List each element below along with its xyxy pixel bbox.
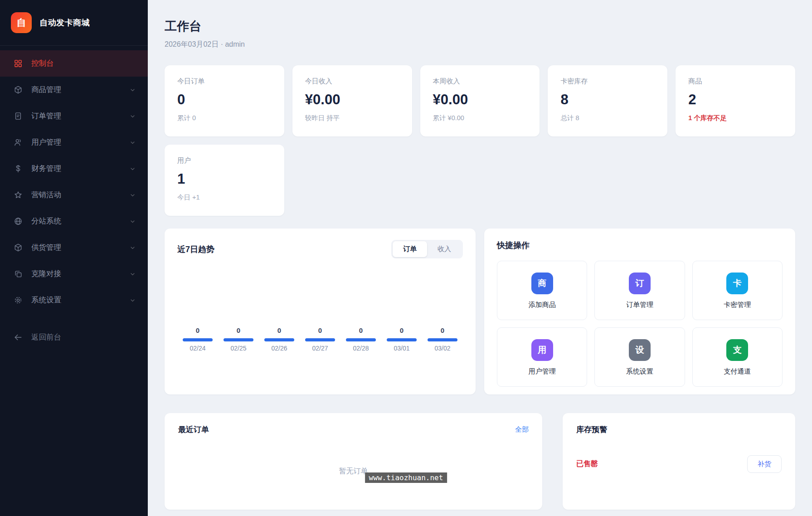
bar [305, 338, 335, 341]
cube-icon [14, 243, 23, 252]
trend-title: 近7日趋势 [177, 244, 214, 255]
gear-icon [14, 296, 23, 305]
stat-card-today-revenue: 今日收入 ¥0.00 较昨日 持平 [292, 65, 412, 136]
sidebar-nav: 控制台 商品管理 订单管理 用户管理 [0, 46, 148, 350]
brand: 自 自动发卡商城 [0, 0, 148, 46]
bar [346, 338, 376, 341]
middle-row: 近7日趋势 订单 收入 0 02/24 0 02/25 [165, 229, 795, 394]
sidebar-item-label: 控制台 [31, 58, 54, 68]
stat-label: 用户 [177, 156, 272, 165]
sidebar-item-substations[interactable]: 分站系统 [0, 208, 148, 234]
sidebar-item-label: 用户管理 [31, 137, 61, 147]
app-logo-char: 自 [17, 16, 26, 29]
users-icon [14, 138, 23, 147]
sidebar-item-settings[interactable]: 系统设置 [0, 287, 148, 313]
sidebar-item-label: 分站系统 [31, 216, 61, 226]
quick-action-label: 卡密管理 [693, 301, 782, 309]
bar-column: 0 02/25 [218, 326, 259, 352]
stat-label: 本周收入 [433, 77, 527, 86]
sidebar-item-label: 克隆对接 [31, 269, 61, 279]
bottom-row: 最近订单 全部 暂无订单 库存预警 已售罄 补货 [165, 413, 795, 510]
stat-label: 今日收入 [305, 77, 399, 86]
document-icon [14, 112, 23, 121]
bar [264, 338, 295, 341]
stats-row-2: 用户 1 今日 +1 [165, 145, 795, 216]
quick-action-add-product[interactable]: 商 添加商品 [497, 261, 587, 320]
sidebar-item-label: 订单管理 [31, 111, 61, 121]
quick-action-label: 系统设置 [595, 367, 684, 376]
sidebar-item-marketing[interactable]: 营销活动 [0, 182, 148, 208]
user-icon: 用 [531, 339, 553, 361]
stat-value: ¥0.00 [305, 92, 399, 108]
quick-action-system-settings[interactable]: 设 系统设置 [594, 327, 685, 387]
trend-bar-chart: 0 02/24 0 02/25 0 02/26 [177, 326, 463, 352]
sidebar-item-products[interactable]: 商品管理 [0, 77, 148, 103]
main-content: 工作台 2026年03月02日 · admin 今日订单 0 累计 0 今日收入… [148, 0, 812, 516]
stock-alert-title: 库存预警 [576, 424, 782, 435]
sidebar-item-label: 商品管理 [31, 85, 61, 95]
bar-column: 0 02/28 [340, 326, 381, 352]
stat-label: 商品 [688, 77, 783, 86]
sidebar-item-clone[interactable]: 克隆对接 [0, 261, 148, 287]
quick-actions-grid: 商 添加商品 订 订单管理 卡 卡密管理 用 用户管理 [497, 261, 783, 387]
stat-value: ¥0.00 [433, 92, 527, 108]
sidebar-item-dashboard[interactable]: 控制台 [0, 50, 148, 77]
sidebar-item-orders[interactable]: 订单管理 [0, 103, 148, 129]
payment-icon: 支 [726, 339, 748, 361]
stock-alert-row: 已售罄 补货 [576, 455, 782, 473]
page-subtitle: 2026年03月02日 · admin [165, 40, 795, 49]
bar-value: 0 [340, 326, 381, 334]
stat-sub-low-stock-warning: 1 个库存不足 [688, 114, 783, 122]
copy-icon [14, 269, 23, 278]
bar-column: 0 03/01 [381, 326, 422, 352]
chevron-down-icon [129, 113, 136, 120]
sidebar-item-finance[interactable]: 财务管理 [0, 156, 148, 182]
quick-action-card-management[interactable]: 卡 卡密管理 [692, 261, 783, 320]
bar-date: 02/27 [300, 345, 340, 352]
tab-revenue[interactable]: 收入 [427, 241, 462, 257]
stat-card-today-orders: 今日订单 0 累计 0 [165, 65, 284, 136]
recent-orders-panel: 最近订单 全部 暂无订单 [165, 413, 542, 510]
card-icon: 卡 [726, 273, 748, 294]
quick-action-user-management[interactable]: 用 用户管理 [497, 327, 587, 387]
view-all-orders-link[interactable]: 全部 [515, 425, 529, 434]
bar-column: 0 02/24 [177, 326, 218, 352]
chevron-down-icon [129, 297, 136, 304]
sold-out-badge: 已售罄 [576, 459, 598, 469]
stat-sub: 总计 8 [560, 114, 655, 122]
stat-sub: 今日 +1 [177, 193, 272, 202]
product-icon: 商 [531, 273, 553, 294]
sidebar-item-supply[interactable]: 供货管理 [0, 234, 148, 261]
bar-column: 0 02/27 [300, 326, 340, 352]
tab-orders[interactable]: 订单 [393, 241, 427, 257]
page-title: 工作台 [165, 18, 795, 34]
back-to-frontend-button[interactable]: 返回前台 [0, 324, 148, 350]
trend-series-toggle: 订单 收入 [391, 240, 463, 258]
chevron-down-icon [129, 192, 136, 199]
site-watermark: www.tiaozhuan.net [365, 472, 447, 483]
quick-action-label: 订单管理 [595, 301, 684, 309]
recent-orders-title: 最近订单 [178, 424, 209, 435]
bar-value: 0 [218, 326, 259, 334]
sidebar: 自 自动发卡商城 控制台 商品管理 订单管理 [0, 0, 148, 516]
cube-icon [14, 85, 23, 94]
bar-value: 0 [259, 326, 300, 334]
bar-value: 0 [422, 326, 463, 334]
stat-label: 今日订单 [177, 77, 272, 86]
bar [428, 338, 458, 341]
stat-sub: 较昨日 持平 [305, 114, 399, 122]
stock-alert-panel: 库存预警 已售罄 补货 [563, 413, 795, 510]
quick-actions-panel: 快捷操作 商 添加商品 订 订单管理 卡 卡密管理 用 [484, 229, 795, 394]
back-to-frontend-label: 返回前台 [31, 332, 61, 342]
sidebar-item-label: 供货管理 [31, 243, 61, 253]
stat-value: 0 [177, 92, 272, 108]
stat-value: 2 [688, 92, 783, 108]
restock-button[interactable]: 补货 [747, 455, 782, 473]
chevron-down-icon [129, 87, 136, 93]
quick-action-order-management[interactable]: 订 订单管理 [594, 261, 685, 320]
quick-action-payment-channels[interactable]: 支 支付通道 [692, 327, 783, 387]
sidebar-item-users[interactable]: 用户管理 [0, 129, 148, 156]
bar-date: 02/24 [177, 345, 218, 352]
globe-icon [14, 217, 23, 226]
chevron-down-icon [129, 218, 136, 225]
